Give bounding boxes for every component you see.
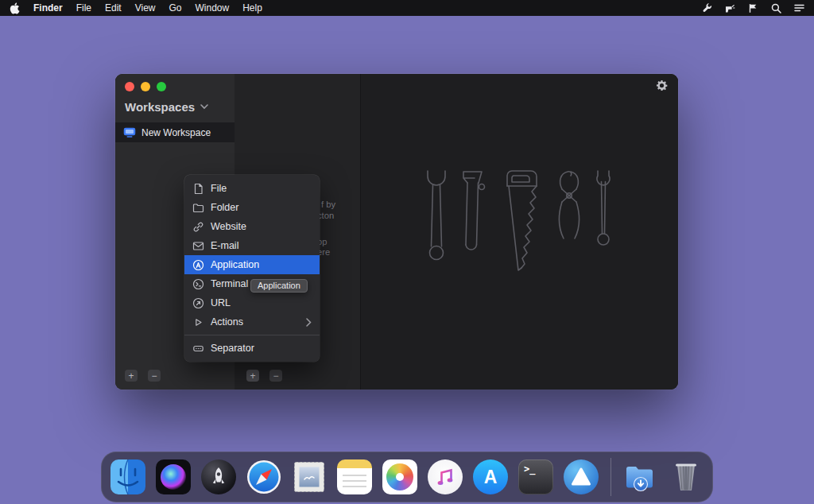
- trash-icon: [668, 459, 704, 495]
- menu-item-application[interactable]: Application: [184, 255, 320, 274]
- tooltip: Application: [250, 279, 308, 293]
- add-item-menu: File Folder Website E-mail: [184, 175, 320, 362]
- empty-state-text-fragment: cton: [317, 211, 334, 220]
- remove-item-button[interactable]: −: [269, 370, 282, 382]
- dock-item-rocket-app[interactable]: [200, 459, 237, 495]
- dock-item-safari[interactable]: [246, 459, 282, 495]
- terminal-prompt-icon: >_: [518, 459, 553, 494]
- settings-gear-icon[interactable]: [656, 79, 668, 91]
- menu-item-separator[interactable]: Separator: [184, 339, 320, 358]
- siri-icon: [155, 459, 192, 495]
- dock-item-siri[interactable]: [155, 459, 192, 495]
- menu-item-actions[interactable]: Actions: [184, 312, 320, 331]
- url-icon: [192, 297, 204, 309]
- spotlight-search-icon[interactable]: [771, 3, 781, 14]
- menu-bar-status-area: [702, 3, 804, 14]
- spray-icon[interactable]: [725, 3, 735, 14]
- app-store-icon: A: [473, 459, 508, 494]
- menu-item-url[interactable]: URL: [184, 293, 320, 312]
- menu-item-label: Actions: [211, 316, 243, 328]
- dock-item-blue-circle-app[interactable]: [563, 459, 599, 495]
- envelope-icon: [192, 240, 204, 252]
- blue-app-icon: [564, 459, 599, 494]
- workspaces-header[interactable]: Workspaces: [125, 100, 208, 114]
- flag-icon[interactable]: [748, 3, 758, 14]
- workspace-controls: + −: [125, 370, 161, 382]
- menu-item-label: URL: [211, 297, 231, 308]
- application-icon: [192, 259, 204, 271]
- workspaces-title: Workspaces: [125, 100, 195, 114]
- menu-help[interactable]: Help: [242, 2, 262, 14]
- add-workspace-button[interactable]: +: [125, 370, 138, 382]
- rocket-icon: [201, 459, 236, 494]
- tools-illustration: [418, 165, 617, 285]
- downloads-folder-icon: [622, 459, 659, 495]
- menu-item-label: File: [211, 183, 227, 194]
- apple-menu-icon[interactable]: [10, 2, 20, 14]
- menu-item-label: Separator: [211, 343, 254, 354]
- active-app-name[interactable]: Finder: [33, 2, 63, 14]
- dock-item-photos[interactable]: [382, 459, 418, 495]
- close-button[interactable]: [125, 82, 134, 91]
- folder-icon: [192, 202, 204, 214]
- dock-item-app-store[interactable]: A: [472, 459, 509, 495]
- menu-item-folder[interactable]: Folder: [184, 198, 320, 217]
- menu-divider: [184, 335, 320, 335]
- dock: A >_: [101, 452, 713, 502]
- menu-window[interactable]: Window: [196, 2, 230, 14]
- terminal-icon: [192, 278, 204, 290]
- add-item-button[interactable]: +: [246, 370, 259, 382]
- dock-item-music[interactable]: [427, 459, 463, 495]
- music-note-icon: [428, 459, 463, 494]
- zoom-button[interactable]: [157, 82, 166, 91]
- notification-center-icon[interactable]: [794, 3, 804, 13]
- minimize-button[interactable]: [141, 82, 150, 91]
- menu-item-file[interactable]: File: [184, 179, 320, 198]
- menu-go[interactable]: Go: [169, 2, 182, 14]
- dock-item-stamp-app[interactable]: [291, 459, 328, 495]
- menu-bar: Finder File Edit View Go Window Help: [0, 0, 814, 16]
- wrench-icon[interactable]: [702, 3, 712, 14]
- menu-item-email[interactable]: E-mail: [184, 236, 320, 255]
- menu-item-label: Website: [211, 221, 246, 232]
- dock-item-trash[interactable]: [668, 459, 704, 495]
- chevron-down-icon: [200, 104, 208, 110]
- empty-state-text-fragment: f by: [321, 200, 335, 209]
- menu-item-website[interactable]: Website: [184, 217, 320, 236]
- sidebar-item-new-workspace[interactable]: New Workspace: [115, 122, 235, 142]
- window-controls: [125, 82, 166, 91]
- app-window: Workspaces New Workspace + − f by cton o…: [115, 74, 678, 390]
- detail-panel: [360, 74, 678, 390]
- play-icon: [192, 316, 204, 328]
- dock-divider: [610, 458, 611, 496]
- workspace-label: New Workspace: [141, 127, 211, 138]
- menu-item-label: Terminal: [211, 278, 248, 289]
- menu-view[interactable]: View: [135, 2, 156, 14]
- dock-item-terminal[interactable]: >_: [517, 459, 554, 495]
- dock-item-downloads[interactable]: [622, 459, 659, 495]
- stamp-icon: [291, 459, 328, 495]
- remove-workspace-button[interactable]: −: [148, 370, 161, 382]
- notes-icon: [337, 459, 372, 494]
- separator-icon: [192, 343, 204, 355]
- menu-file[interactable]: File: [76, 2, 91, 14]
- safari-compass-icon: [246, 459, 282, 495]
- desktop: Finder File Edit View Go Window Help: [0, 0, 814, 504]
- menu-item-label: Folder: [211, 202, 238, 213]
- dock-item-finder[interactable]: [110, 459, 146, 495]
- menu-edit[interactable]: Edit: [105, 2, 122, 14]
- chevron-right-icon: [306, 318, 312, 327]
- finder-icon: [110, 459, 146, 495]
- menu-item-label: E-mail: [211, 240, 238, 251]
- link-icon: [192, 221, 204, 233]
- menu-item-label: Application: [211, 259, 259, 270]
- file-icon: [192, 183, 204, 195]
- workspace-icon: [123, 127, 136, 138]
- dock-item-notes[interactable]: [336, 459, 373, 495]
- photos-pinwheel-icon: [382, 459, 417, 494]
- item-controls: + −: [246, 370, 282, 382]
